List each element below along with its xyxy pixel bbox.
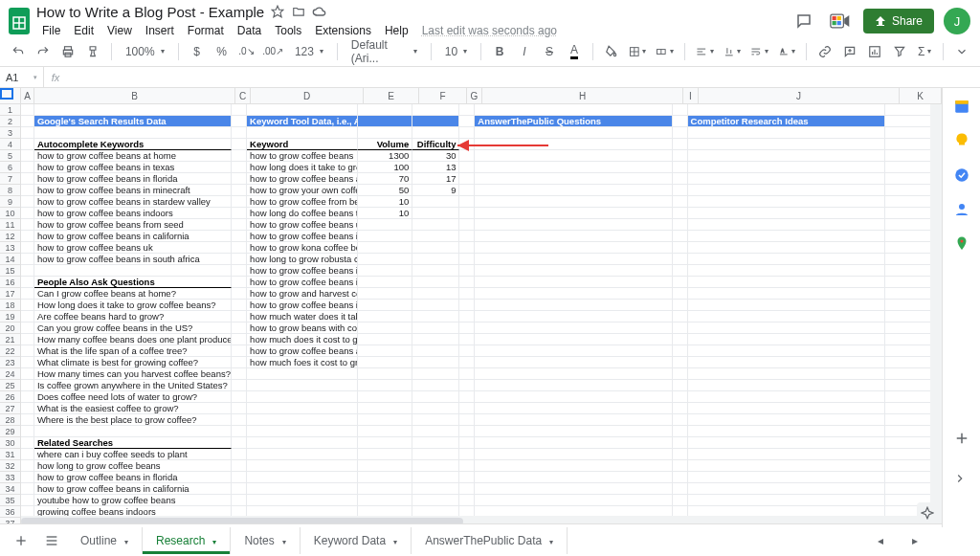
comment-history-icon[interactable] bbox=[791, 8, 817, 34]
cell[interactable] bbox=[232, 139, 247, 150]
sheets-logo-icon[interactable] bbox=[8, 6, 31, 36]
cell[interactable] bbox=[459, 208, 475, 219]
all-sheets-icon[interactable] bbox=[36, 527, 67, 554]
insert-chart-icon[interactable] bbox=[864, 40, 885, 63]
cell[interactable]: 10 bbox=[358, 208, 412, 219]
cell[interactable] bbox=[358, 426, 412, 437]
cell[interactable] bbox=[475, 472, 672, 483]
cell[interactable] bbox=[21, 334, 34, 345]
cell[interactable] bbox=[232, 265, 247, 277]
cell[interactable] bbox=[459, 380, 475, 391]
cell[interactable] bbox=[232, 173, 247, 185]
number-format-dropdown[interactable]: 123 bbox=[289, 45, 329, 58]
contacts-app-icon[interactable] bbox=[953, 201, 970, 218]
cell[interactable] bbox=[412, 334, 459, 345]
tab-scroll-right-icon[interactable]: ▸ bbox=[900, 527, 930, 554]
cell[interactable] bbox=[688, 483, 885, 495]
cell[interactable] bbox=[475, 368, 672, 380]
vertical-scrollbar[interactable] bbox=[930, 104, 942, 516]
cell[interactable]: 100 bbox=[358, 162, 412, 173]
cell[interactable] bbox=[247, 483, 358, 495]
menu-help[interactable]: Help bbox=[379, 22, 414, 39]
cell[interactable] bbox=[673, 150, 688, 162]
cell[interactable]: how to grow coffee beans in florida bbox=[34, 472, 232, 483]
cell[interactable] bbox=[412, 472, 459, 483]
cell[interactable] bbox=[232, 288, 247, 300]
cell[interactable] bbox=[459, 334, 475, 345]
cell[interactable]: Related Searches bbox=[34, 437, 232, 449]
cell[interactable] bbox=[358, 104, 412, 116]
increase-decimal-icon[interactable]: .00↗ bbox=[260, 40, 284, 63]
cell[interactable]: how to grow and harvest coffee beans bbox=[247, 288, 358, 300]
cell[interactable] bbox=[412, 368, 459, 380]
cell[interactable] bbox=[673, 139, 688, 150]
cell[interactable]: How many coffee beans does one plant pro… bbox=[34, 334, 232, 345]
font-dropdown[interactable]: Default (Ari... bbox=[345, 38, 423, 65]
cell[interactable] bbox=[358, 345, 412, 357]
cell[interactable] bbox=[688, 288, 885, 300]
cell[interactable] bbox=[459, 391, 475, 403]
cell[interactable] bbox=[21, 208, 34, 219]
row-header[interactable]: 26 bbox=[0, 391, 20, 403]
cell[interactable]: how to grow coffee beans in florida bbox=[34, 173, 232, 185]
menu-view[interactable]: View bbox=[101, 22, 138, 39]
select-all-corner[interactable] bbox=[0, 88, 21, 104]
paint-format-icon[interactable] bbox=[82, 40, 103, 63]
cell[interactable]: Can I grow coffee beans at home? bbox=[34, 288, 232, 300]
explore-button[interactable] bbox=[917, 502, 938, 523]
cell[interactable] bbox=[358, 116, 412, 127]
cell[interactable] bbox=[247, 495, 358, 506]
add-sheet-icon[interactable] bbox=[6, 527, 36, 554]
decrease-decimal-icon[interactable]: .0↘ bbox=[235, 40, 256, 63]
cell[interactable] bbox=[673, 116, 688, 127]
cell[interactable] bbox=[459, 495, 475, 506]
cell[interactable]: AnswerThePublic Questions bbox=[475, 116, 672, 127]
cell[interactable] bbox=[412, 104, 459, 116]
cell[interactable]: how to grow your own coffee beans bbox=[247, 185, 358, 196]
cell[interactable]: how to grow coffee beans in south africa bbox=[34, 254, 232, 265]
cell[interactable]: how to grow coffee beans uk bbox=[34, 242, 232, 254]
menu-tools[interactable]: Tools bbox=[269, 22, 307, 39]
cell[interactable] bbox=[673, 288, 688, 300]
row-header[interactable]: 7 bbox=[0, 173, 20, 185]
cell[interactable] bbox=[475, 127, 672, 139]
cell[interactable] bbox=[673, 472, 688, 483]
percent-icon[interactable]: % bbox=[211, 40, 232, 63]
col-header-j[interactable]: J bbox=[699, 88, 900, 103]
cell[interactable] bbox=[475, 208, 672, 219]
cell[interactable]: how to grow coffee beans in america bbox=[247, 300, 358, 311]
cell[interactable] bbox=[459, 196, 475, 208]
font-size-dropdown[interactable]: 10 bbox=[439, 45, 473, 58]
cell[interactable]: how long to grow robusta coffee beans bbox=[247, 254, 358, 265]
cell[interactable] bbox=[673, 311, 688, 322]
cell[interactable] bbox=[459, 483, 475, 495]
cell[interactable] bbox=[475, 449, 672, 460]
cell[interactable] bbox=[673, 104, 688, 116]
cell[interactable]: Volume bbox=[358, 139, 412, 150]
cell[interactable] bbox=[21, 368, 34, 380]
cell[interactable] bbox=[459, 357, 475, 368]
cell[interactable] bbox=[673, 334, 688, 345]
cell[interactable]: 1300 bbox=[358, 150, 412, 162]
cell[interactable] bbox=[232, 414, 247, 426]
cell[interactable] bbox=[475, 104, 672, 116]
cell[interactable] bbox=[247, 472, 358, 483]
cell[interactable] bbox=[21, 426, 34, 437]
hide-sidepanel-icon[interactable] bbox=[953, 472, 970, 489]
cell[interactable] bbox=[21, 300, 34, 311]
menu-data[interactable]: Data bbox=[232, 22, 267, 39]
cell[interactable] bbox=[358, 242, 412, 254]
row-header[interactable]: 20 bbox=[0, 322, 20, 334]
cell[interactable] bbox=[673, 483, 688, 495]
cell[interactable] bbox=[688, 208, 885, 219]
row-header[interactable]: 35 bbox=[0, 495, 20, 506]
row-headers[interactable]: 1234567891011121314151617181920212223242… bbox=[0, 104, 21, 527]
col-header-e[interactable]: E bbox=[364, 88, 419, 103]
cell[interactable] bbox=[21, 127, 34, 139]
cell[interactable] bbox=[459, 426, 475, 437]
cell[interactable] bbox=[412, 277, 459, 288]
cell[interactable] bbox=[21, 403, 34, 414]
text-wrap-icon[interactable] bbox=[747, 40, 771, 63]
cell[interactable]: What climate is best for growing coffee? bbox=[34, 357, 232, 368]
cell[interactable] bbox=[459, 219, 475, 231]
